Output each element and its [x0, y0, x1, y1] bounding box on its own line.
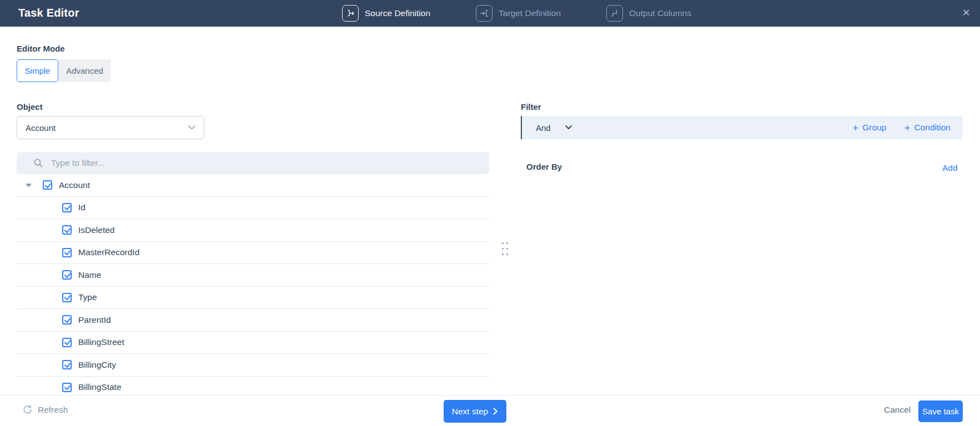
editor-mode-simple-button[interactable]: Simple: [17, 59, 58, 82]
tree-row[interactable]: IsDeleted: [17, 219, 489, 242]
footer-bar: Refresh Next step Cancel Save task: [0, 395, 980, 426]
caret-down-icon[interactable]: [26, 184, 32, 187]
step-label: Output Columns: [629, 8, 691, 18]
chevron-right-icon: [493, 408, 498, 415]
order-by-label: Order By: [526, 162, 562, 171]
save-task-button[interactable]: Save task: [918, 400, 963, 422]
add-group-button[interactable]: + Group: [852, 123, 886, 133]
plus-icon: +: [904, 123, 910, 133]
search-icon: [33, 158, 43, 168]
panel-resize-handle[interactable]: [502, 242, 508, 255]
object-select-value: Account: [26, 123, 56, 133]
step-label: Target Definition: [499, 8, 561, 18]
editor-mode-label: Editor Mode: [17, 44, 65, 53]
checkbox-field[interactable]: [62, 248, 72, 257]
title-bar: Task Editor Source Definition Target Def…: [0, 0, 980, 27]
output-columns-icon: [606, 5, 623, 22]
tree-field-label: BillingStreet: [78, 337, 124, 347]
refresh-icon: [22, 404, 33, 415]
refresh-label: Refresh: [38, 405, 68, 415]
tree-field-label: BillingCity: [78, 360, 116, 370]
step-source-definition[interactable]: Source Definition: [342, 5, 430, 22]
tree-row[interactable]: Type: [17, 287, 489, 310]
tree-field-label: Name: [78, 270, 101, 280]
add-group-label: Group: [862, 123, 886, 133]
tree-row[interactable]: MasterRecordId: [17, 242, 489, 265]
field-search-input[interactable]: [51, 158, 480, 168]
tree-row-root[interactable]: Account: [17, 174, 489, 197]
filter-operator[interactable]: And: [536, 123, 551, 133]
checkbox-field[interactable]: [62, 360, 72, 369]
tree-field-label: Id: [78, 202, 86, 212]
tree-row[interactable]: BillingState: [17, 377, 489, 395]
close-icon[interactable]: ✕: [960, 7, 972, 19]
filter-actions: + Group + Condition: [852, 123, 951, 133]
checkbox-account[interactable]: [43, 180, 52, 190]
object-label: Object: [17, 102, 43, 111]
tree-field-label: MasterRecordId: [78, 247, 139, 257]
checkbox-field[interactable]: [62, 338, 72, 347]
plus-icon: +: [852, 123, 858, 133]
step-output-columns[interactable]: Output Columns: [606, 5, 691, 22]
checkbox-field[interactable]: [62, 203, 72, 212]
next-step-label: Next step: [452, 407, 488, 417]
editor-mode-advanced-button[interactable]: Advanced: [58, 59, 111, 82]
checkbox-field[interactable]: [62, 225, 72, 235]
chevron-down-icon: [188, 125, 195, 130]
filter-label: Filter: [521, 102, 541, 111]
checkbox-field[interactable]: [62, 383, 72, 392]
tree-row[interactable]: ParentId: [17, 309, 489, 332]
checkbox-field[interactable]: [62, 270, 72, 280]
step-nav: Source Definition Target Definition Outp…: [342, 0, 691, 27]
operator-chevron-down-icon[interactable]: [565, 125, 572, 130]
checkbox-field[interactable]: [62, 293, 72, 302]
step-target-definition[interactable]: Target Definition: [476, 5, 561, 22]
next-step-button[interactable]: Next step: [444, 400, 506, 423]
add-condition-button[interactable]: + Condition: [904, 123, 951, 133]
source-definition-icon: [342, 5, 359, 22]
tree-root-label: Account: [59, 180, 90, 190]
order-by-add-button[interactable]: Add: [942, 163, 958, 173]
object-select[interactable]: Account: [17, 116, 204, 139]
tree-row[interactable]: Id: [17, 197, 489, 220]
filter-group-bar: And + Group + Condition: [521, 116, 963, 139]
tree-field-label: ParentId: [78, 315, 111, 325]
target-definition-icon: [476, 5, 492, 22]
step-label: Source Definition: [365, 8, 430, 18]
refresh-button[interactable]: Refresh: [22, 404, 68, 415]
field-tree: Account Id IsDeleted MasterRecordId Name…: [17, 174, 489, 395]
tree-row[interactable]: BillingCity: [17, 354, 489, 377]
checkbox-field[interactable]: [62, 315, 72, 324]
tree-field-label: IsDeleted: [78, 225, 114, 235]
add-condition-label: Condition: [914, 123, 951, 133]
tree-row[interactable]: Name: [17, 264, 489, 287]
window-title: Task Editor: [18, 7, 79, 19]
tree-field-label: BillingState: [78, 382, 122, 392]
field-search: [17, 152, 489, 174]
tree-field-label: Type: [78, 292, 97, 302]
cancel-button[interactable]: Cancel: [884, 405, 911, 415]
tree-row[interactable]: BillingStreet: [17, 332, 489, 354]
editor-mode-toggle: Simple Advanced: [17, 59, 111, 82]
